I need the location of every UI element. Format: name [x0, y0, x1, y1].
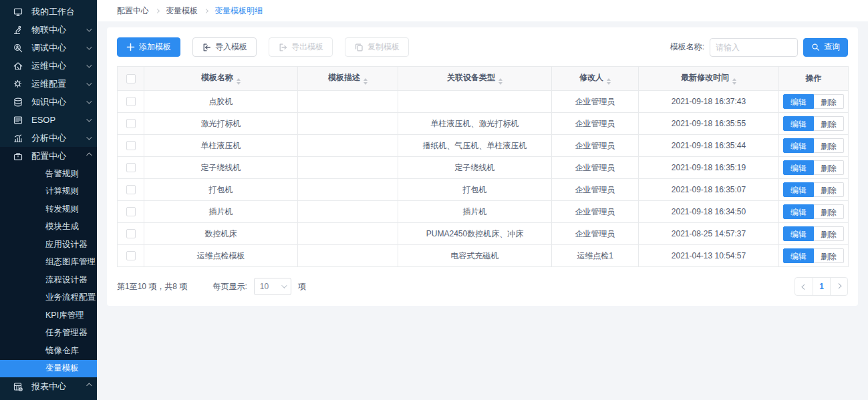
sidebar-item-ops-config[interactable]: 运维配置 — [0, 75, 97, 93]
table-row: 运维点检模板 电容式充磁机 运维点检1 2021-04-13 10:54:57 … — [118, 245, 849, 267]
sidebar-subitem-app-designer[interactable]: 应用设计器 — [0, 236, 97, 254]
esop-icon — [13, 115, 23, 126]
row-checkbox[interactable] — [126, 251, 136, 260]
add-template-button[interactable]: 添加模板 — [117, 37, 180, 57]
select-all-checkbox[interactable] — [126, 74, 136, 83]
row-checkbox[interactable] — [126, 119, 136, 128]
header-modifier[interactable]: 修改人 — [552, 67, 639, 91]
prev-page-button[interactable] — [795, 278, 813, 295]
copy-template-label: 复制模板 — [368, 41, 400, 53]
chevron-down-icon — [86, 98, 92, 104]
template-name-input[interactable] — [710, 38, 798, 57]
sort-icon — [607, 78, 611, 85]
sidebar-subitem-flow-designer[interactable]: 流程设计器 — [0, 271, 97, 289]
edit-button[interactable]: 编辑 — [783, 116, 814, 131]
chevron-down-icon — [86, 26, 92, 31]
cell-modifier: 企业管理员 — [552, 113, 639, 135]
ops-config-icon — [13, 79, 23, 89]
cell-device-type: PUMA2450数控机床、冲床 — [398, 223, 552, 245]
cell-modified-time: 2021-08-25 14:57:37 — [639, 223, 779, 245]
edit-button[interactable]: 编辑 — [783, 182, 814, 197]
next-page-button[interactable] — [830, 278, 847, 295]
sidebar-subitem-image-repo[interactable]: 镜像仓库 — [0, 342, 97, 360]
delete-button[interactable]: 删除 — [814, 248, 844, 263]
delete-button[interactable]: 删除 — [814, 138, 844, 153]
sidebar-subitem-alarm-rules[interactable]: 告警规则 — [0, 165, 97, 183]
sidebar-item-analysis[interactable]: 分析中心 — [0, 129, 97, 147]
range-info: 第1至10 项，共8 项 — [117, 281, 187, 292]
delete-button[interactable]: 删除 — [814, 182, 844, 197]
edit-button[interactable]: 编辑 — [783, 204, 814, 219]
sidebar-item-debug[interactable]: 调试中心 — [0, 39, 97, 57]
table-row: 定子绕线机 定子绕线机 企业管理员 2021-09-18 16:35:19 编辑… — [118, 157, 849, 179]
sidebar-item-esop[interactable]: ESOP — [0, 111, 97, 129]
header-device-type[interactable]: 关联设备类型 — [398, 67, 552, 91]
sidebar-item-label: 分析中心 — [31, 132, 86, 144]
edit-button[interactable]: 编辑 — [783, 248, 814, 263]
sidebar-subitem-biz-flow-config[interactable]: 业务流程配置 — [0, 289, 97, 307]
delete-button[interactable]: 删除 — [814, 226, 844, 241]
delete-button[interactable]: 删除 — [814, 160, 844, 175]
header-label: 修改人 — [579, 73, 603, 82]
cell-modifier: 企业管理员 — [552, 201, 639, 223]
iot-icon — [13, 25, 23, 35]
edit-button[interactable]: 编辑 — [783, 160, 814, 175]
breadcrumb: 配置中心 变量模板 变量模板明细 — [97, 0, 868, 21]
edit-button[interactable]: 编辑 — [783, 226, 814, 241]
page-number-button[interactable]: 1 — [813, 278, 830, 295]
sidebar-subitem-scada-gallery[interactable]: 组态图库管理 — [0, 254, 97, 272]
breadcrumb-variable-template[interactable]: 变量模板 — [166, 5, 198, 17]
sidebar-item-report-center[interactable]: 报表中心 — [0, 377, 97, 395]
import-template-label: 导入模板 — [215, 41, 247, 53]
delete-button[interactable]: 删除 — [814, 116, 844, 131]
search-button[interactable]: 查询 — [803, 38, 848, 57]
breadcrumb-config-center[interactable]: 配置中心 — [117, 5, 149, 17]
table-footer: 第1至10 项，共8 项 每页显示: 10 项 1 — [117, 277, 848, 296]
cell-template-name: 打包机 — [144, 179, 298, 201]
cell-template-desc — [298, 91, 398, 113]
row-checkbox[interactable] — [126, 185, 136, 194]
cell-template-desc — [298, 201, 398, 223]
cell-modifier: 企业管理员 — [552, 223, 639, 245]
cell-device-type: 插片机 — [398, 201, 552, 223]
row-checkbox[interactable] — [126, 163, 136, 172]
sidebar-subitem-calc-rules[interactable]: 计算规则 — [0, 183, 97, 201]
content: 添加模板 导入模板 导出模板 复制模板 模板名称: — [97, 21, 868, 400]
delete-button[interactable]: 删除 — [814, 94, 844, 109]
sidebar-subitem-variable-template[interactable]: 变量模板 — [0, 360, 97, 378]
cell-modified-time: 2021-04-13 10:54:57 — [639, 245, 779, 267]
row-checkbox[interactable] — [126, 207, 136, 216]
sidebar-subitem-kpi-library[interactable]: KPI库管理 — [0, 307, 97, 325]
template-list-card: 添加模板 导入模板 导出模板 复制模板 模板名称: — [107, 27, 858, 306]
header-label: 模板名称 — [201, 73, 233, 82]
row-checkbox[interactable] — [126, 141, 136, 150]
cell-device-type — [398, 91, 552, 113]
sidebar-subitem-task-manager[interactable]: 任务管理器 — [0, 325, 97, 343]
per-page-select[interactable]: 10 — [254, 278, 291, 295]
header-modified-time[interactable]: 最新修改时间 — [639, 67, 779, 91]
sidebar-subitem-module-gen[interactable]: 模块生成 — [0, 218, 97, 236]
cell-modified-time: 2021-09-18 16:35:07 — [639, 179, 779, 201]
row-checkbox[interactable] — [126, 97, 136, 106]
copy-template-button[interactable]: 复制模板 — [345, 37, 409, 57]
import-template-button[interactable]: 导入模板 — [192, 37, 257, 57]
sidebar-item-knowledge[interactable]: 知识中心 — [0, 93, 97, 111]
delete-button[interactable]: 删除 — [814, 204, 844, 219]
add-template-label: 添加模板 — [139, 41, 171, 53]
sidebar-item-workbench[interactable]: 我的工作台 — [0, 3, 97, 21]
header-template-name[interactable]: 模板名称 — [144, 67, 298, 91]
cell-template-desc — [298, 223, 398, 245]
cell-template-name: 定子绕线机 — [144, 157, 298, 179]
sidebar-item-config-center[interactable]: 配置中心 — [0, 147, 97, 165]
export-template-button[interactable]: 导出模板 — [269, 37, 333, 57]
edit-button[interactable]: 编辑 — [783, 138, 814, 153]
row-checkbox[interactable] — [126, 229, 136, 238]
sidebar-subitem-forward-rules[interactable]: 转发规则 — [0, 200, 97, 218]
cell-template-name: 插片机 — [144, 201, 298, 223]
sidebar-item-ops[interactable]: 运维中心 — [0, 57, 97, 75]
ops-icon — [13, 61, 23, 71]
header-template-desc[interactable]: 模板描述 — [298, 67, 398, 91]
sidebar-item-iot[interactable]: 物联中心 — [0, 21, 97, 39]
sidebar-item-label: ESOP — [31, 115, 86, 125]
edit-button[interactable]: 编辑 — [783, 94, 814, 109]
